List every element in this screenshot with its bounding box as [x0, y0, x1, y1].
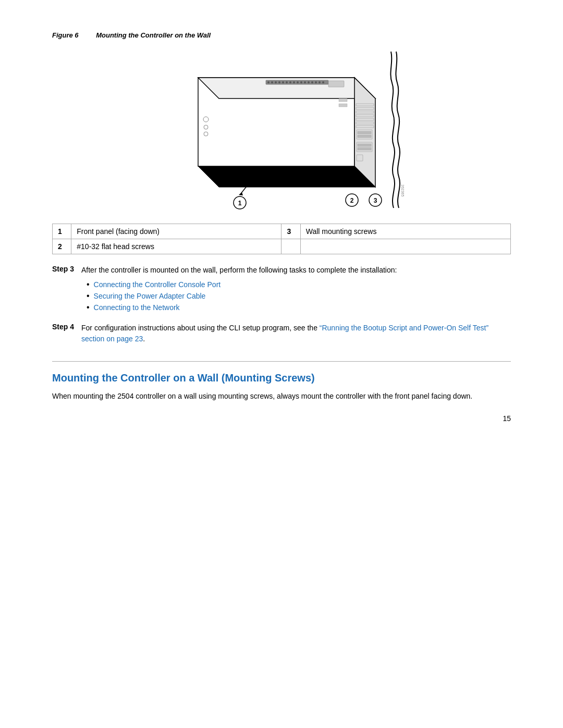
device-diagram: 1 2 3 262365	[136, 46, 427, 213]
svg-point-12	[293, 81, 295, 83]
svg-point-18	[315, 81, 317, 83]
table-num-2: 2	[53, 239, 71, 254]
bullet-link-1[interactable]: Connecting the Controller Console Port	[94, 280, 221, 289]
page: Figure 6 Mounting the Controller on the …	[0, 0, 563, 443]
svg-point-7	[275, 81, 277, 83]
page-number: 15	[503, 414, 511, 423]
svg-rect-28	[357, 155, 363, 161]
svg-text:262365: 262365	[401, 184, 405, 196]
list-item: Connecting the Controller Console Port	[87, 280, 511, 289]
svg-marker-0	[198, 166, 375, 187]
svg-point-6	[271, 81, 273, 83]
section-heading: Mounting the Controller on a Wall (Mount…	[52, 372, 511, 384]
table-label-empty	[300, 239, 510, 254]
bullet-link-3[interactable]: Connecting to the Network	[94, 303, 180, 312]
step-3-bullets: Connecting the Controller Console Port S…	[87, 280, 511, 312]
svg-point-17	[311, 81, 313, 83]
step-4-suffix: .	[143, 335, 145, 343]
step-4-prefix: For configuration instructions about usi…	[81, 324, 320, 332]
svg-point-9	[282, 81, 284, 83]
svg-text:2: 2	[350, 197, 354, 204]
table-label-1: Front panel (facing down)	[71, 224, 282, 239]
svg-text:1: 1	[238, 200, 242, 207]
svg-point-5	[267, 81, 270, 83]
step-3-content: After the controller is mounted on the w…	[81, 265, 511, 315]
svg-point-15	[304, 81, 306, 83]
parts-table: 1 Front panel (facing down) 3 Wall mount…	[52, 224, 511, 254]
list-item: Connecting to the Network	[87, 303, 511, 312]
step-3-label: Step 3	[52, 265, 81, 273]
svg-rect-27	[358, 147, 371, 150]
figure-caption: Figure 6 Mounting the Controller on the …	[52, 31, 511, 39]
svg-marker-42	[239, 192, 243, 195]
svg-rect-22	[357, 130, 372, 139]
svg-rect-26	[358, 144, 371, 146]
list-item: Securing the Power Adapter Cable	[87, 291, 511, 301]
svg-point-16	[308, 81, 310, 83]
svg-point-8	[278, 81, 280, 83]
step-3-text: After the controller is mounted on the w…	[81, 265, 511, 276]
svg-rect-21	[328, 81, 344, 87]
svg-point-19	[319, 81, 321, 83]
svg-rect-24	[358, 135, 371, 138]
table-label-2: #10-32 flat head screws	[71, 239, 282, 254]
svg-rect-25	[357, 142, 372, 152]
step-4-label: Step 4	[52, 323, 81, 331]
svg-point-20	[322, 81, 324, 83]
table-num-3: 3	[282, 224, 300, 239]
figure-title: Mounting the Controller on the Wall	[96, 31, 211, 39]
svg-point-13	[297, 81, 299, 83]
svg-text:3: 3	[374, 197, 377, 204]
step-4-content: For configuration instructions about usi…	[81, 323, 511, 349]
svg-rect-36	[339, 98, 347, 102]
table-num-1: 1	[53, 224, 71, 239]
step-3-block: Step 3 After the controller is mounted o…	[52, 265, 511, 315]
table-label-3: Wall mounting screws	[300, 224, 510, 239]
mounting-screws-section: Mounting the Controller on a Wall (Mount…	[52, 372, 511, 402]
step-4-block: Step 4 For configuration instructions ab…	[52, 323, 511, 349]
section-divider	[52, 361, 511, 362]
figure-number: Figure 6	[52, 31, 79, 39]
section-body: When mounting the 2504 controller on a w…	[52, 390, 511, 402]
figure-section: Figure 6 Mounting the Controller on the …	[52, 31, 511, 213]
bullet-link-2[interactable]: Securing the Power Adapter Cable	[94, 292, 206, 300]
step-4-text: For configuration instructions about usi…	[81, 323, 511, 344]
svg-point-14	[300, 81, 302, 83]
table-num-empty	[282, 239, 300, 254]
figure-image: 1 2 3 262365	[52, 46, 511, 213]
svg-rect-23	[358, 131, 371, 134]
svg-rect-37	[339, 104, 347, 107]
svg-point-11	[289, 81, 291, 83]
svg-point-10	[286, 81, 288, 83]
